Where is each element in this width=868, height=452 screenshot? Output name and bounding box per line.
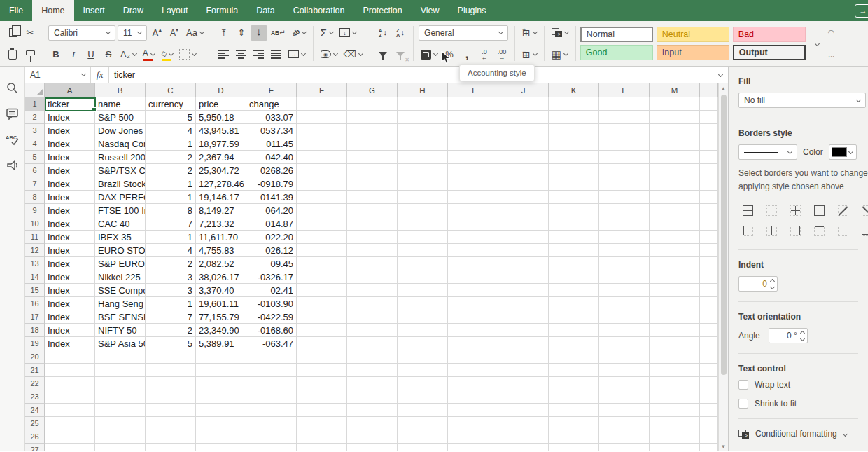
filter-button[interactable] xyxy=(375,46,391,63)
cell-I3[interactable] xyxy=(448,124,498,137)
align-bottom-button[interactable]: ⤓ xyxy=(251,25,267,41)
cell-L27[interactable] xyxy=(599,444,650,451)
cell-G10[interactable] xyxy=(347,217,398,231)
wrap-text-button[interactable]: AB↵ xyxy=(269,25,288,41)
cell-A17[interactable]: Index xyxy=(45,310,95,324)
menu-tab-view[interactable]: View xyxy=(412,0,449,21)
cell-J14[interactable] xyxy=(498,270,549,284)
cell-A22[interactable] xyxy=(45,377,95,390)
cell-D13[interactable]: 2,082.52 xyxy=(196,257,246,270)
cell-F2[interactable] xyxy=(297,111,347,124)
cell-J2[interactable] xyxy=(498,111,549,124)
cell-G11[interactable] xyxy=(347,231,398,244)
cell-E7[interactable]: -0918.79 xyxy=(246,177,297,191)
menu-tab-layout[interactable]: Layout xyxy=(153,0,197,21)
cell-L11[interactable] xyxy=(599,231,650,244)
comments-icon[interactable] xyxy=(6,107,20,121)
cell-F17[interactable] xyxy=(297,310,347,324)
cell-D14[interactable]: 38,026.17 xyxy=(196,270,246,284)
cell-C17[interactable]: 7 xyxy=(146,310,196,324)
name-box[interactable]: A1 xyxy=(25,67,91,83)
cell-H21[interactable] xyxy=(398,364,448,377)
border-none-button[interactable] xyxy=(762,201,780,219)
cell-M17[interactable] xyxy=(650,310,700,324)
cell-stub-17[interactable] xyxy=(700,310,718,324)
cell-stub-24[interactable] xyxy=(700,404,718,417)
cell-D6[interactable]: 25,304.72 xyxy=(196,164,246,177)
cell-stub-11[interactable] xyxy=(700,231,718,244)
cell-K5[interactable] xyxy=(549,151,599,164)
cell-H14[interactable] xyxy=(398,270,448,284)
cell-F4[interactable] xyxy=(297,137,347,151)
cell-G14[interactable] xyxy=(347,270,398,284)
cell-stub-4[interactable] xyxy=(700,137,718,151)
formula-input[interactable]: ticker xyxy=(109,67,713,83)
border-inside-vertical-button[interactable] xyxy=(762,221,780,240)
format-painter-button[interactable] xyxy=(22,46,38,63)
cell-I22[interactable] xyxy=(448,377,498,390)
cell-F9[interactable] xyxy=(297,204,347,217)
spellcheck-icon[interactable]: ABC xyxy=(6,132,20,146)
cell-K17[interactable] xyxy=(549,310,599,324)
cell-C10[interactable]: 7 xyxy=(146,217,196,231)
cell-B26[interactable] xyxy=(95,430,146,444)
cell-C11[interactable]: 1 xyxy=(146,231,196,244)
cell-E16[interactable]: -0103.90 xyxy=(246,297,297,310)
cell-H16[interactable] xyxy=(398,297,448,310)
cell-G15[interactable] xyxy=(347,284,398,297)
cell-B12[interactable]: EURO STOX xyxy=(95,244,146,257)
cell-G23[interactable] xyxy=(347,390,398,404)
cell-D26[interactable] xyxy=(196,430,246,444)
border-outside-button[interactable] xyxy=(810,201,828,219)
cell-M12[interactable] xyxy=(650,244,700,257)
cell-I19[interactable] xyxy=(448,337,498,350)
more-styles-button[interactable] xyxy=(808,21,827,66)
cell-D10[interactable]: 7,213.32 xyxy=(196,217,246,231)
cell-H9[interactable] xyxy=(398,204,448,217)
cell-B8[interactable]: DAX PERFO xyxy=(95,191,146,204)
copy-button[interactable] xyxy=(5,25,20,41)
angle-spinner[interactable]: 0 ° xyxy=(769,328,808,343)
cell-B19[interactable]: S&P Asia 50 xyxy=(95,337,146,350)
cell-J6[interactable] xyxy=(498,164,549,177)
cell-L7[interactable] xyxy=(599,177,650,191)
accounting-style-button[interactable] xyxy=(419,46,440,63)
cell-K13[interactable] xyxy=(549,257,599,270)
cell-stub-10[interactable] xyxy=(700,217,718,231)
row-header-24[interactable]: 24 xyxy=(25,404,45,417)
cell-H24[interactable] xyxy=(398,404,448,417)
row-header-7[interactable]: 7 xyxy=(25,177,45,191)
cell-H22[interactable] xyxy=(398,377,448,390)
cell-A7[interactable]: Index xyxy=(45,177,95,191)
cell-stub-19[interactable] xyxy=(700,337,718,350)
cell-A3[interactable]: Index xyxy=(45,124,95,137)
row-header-21[interactable]: 21 xyxy=(25,364,45,377)
cell-C21[interactable] xyxy=(146,364,196,377)
cell-L21[interactable] xyxy=(599,364,650,377)
cell-K24[interactable] xyxy=(549,404,599,417)
cell-I23[interactable] xyxy=(448,390,498,404)
cell-A1[interactable]: ticker xyxy=(45,97,95,111)
font-size-select[interactable]: 11 xyxy=(118,25,147,41)
cell-B4[interactable]: Nasdaq Con xyxy=(95,137,146,151)
cell-A12[interactable]: Index xyxy=(45,244,95,257)
sort-descending-button[interactable]: ZA↓ xyxy=(393,25,408,41)
cell-C1[interactable]: currency xyxy=(146,97,196,111)
cell-stub-12[interactable] xyxy=(700,244,718,257)
subscript-button[interactable]: A₂ xyxy=(118,46,139,63)
cell-D24[interactable] xyxy=(196,404,246,417)
cell-A2[interactable]: Index xyxy=(45,111,95,124)
cell-G1[interactable] xyxy=(347,97,398,111)
cell-stub-3[interactable] xyxy=(700,124,718,137)
cell-M3[interactable] xyxy=(650,124,700,137)
cell-H20[interactable] xyxy=(398,350,448,364)
cell-E5[interactable]: 042.40 xyxy=(246,151,297,164)
border-diagonal-up-button[interactable] xyxy=(834,201,852,219)
cell-L10[interactable] xyxy=(599,217,650,231)
cell-E24[interactable] xyxy=(246,404,297,417)
cell-G22[interactable] xyxy=(347,377,398,390)
border-line-style-select[interactable] xyxy=(738,144,797,160)
cell-F24[interactable] xyxy=(297,404,347,417)
cell-E15[interactable]: 02.41 xyxy=(246,284,297,297)
cell-D23[interactable] xyxy=(196,390,246,404)
